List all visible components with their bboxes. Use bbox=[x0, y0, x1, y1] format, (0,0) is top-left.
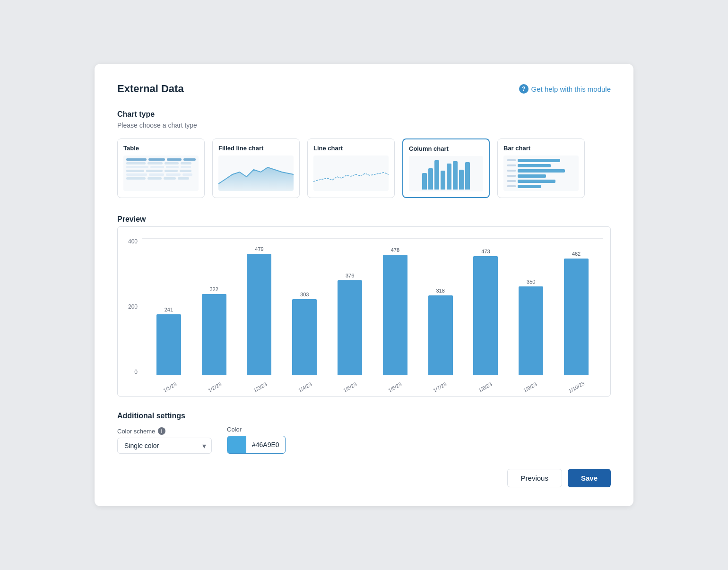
page-header: External Data ? Get help with this modul… bbox=[117, 83, 611, 95]
color-scheme-label: Color scheme i bbox=[117, 427, 212, 435]
main-card: External Data ? Get help with this modul… bbox=[95, 64, 633, 506]
bar-value-label-2: 479 bbox=[255, 246, 263, 252]
x-label-8: 1/9/23 bbox=[522, 381, 537, 393]
thumb-bar-row-1 bbox=[507, 159, 575, 162]
thumb-bar-val-3 bbox=[518, 169, 565, 173]
x-label-9: 1/10/23 bbox=[567, 380, 585, 394]
bar-rect-9 bbox=[564, 259, 589, 375]
footer-buttons: Previous Save bbox=[117, 469, 611, 487]
chart-type-line-label: Line chart bbox=[313, 145, 389, 152]
x-label-6: 1/7/23 bbox=[432, 381, 447, 393]
chart-type-column-label: Column chart bbox=[409, 145, 483, 152]
color-scheme-select[interactable]: Single color Multi color Gradient bbox=[117, 438, 212, 454]
x-label-4: 1/5/23 bbox=[342, 381, 357, 393]
bars-area: 241322479303376478318473350462 1/1/231/2… bbox=[142, 238, 603, 390]
thumb-col-8 bbox=[465, 162, 470, 190]
bar-value-label-3: 303 bbox=[300, 292, 309, 297]
chart-type-section: Chart type Please choose a chart type Ta… bbox=[117, 110, 611, 198]
color-label: Color bbox=[227, 426, 286, 433]
additional-settings-title: Additional settings bbox=[117, 412, 611, 420]
filled-line-svg bbox=[218, 155, 294, 191]
thumb-bar-val-2 bbox=[518, 164, 551, 167]
bar-rect-5 bbox=[383, 255, 407, 375]
thumb-col-4 bbox=[441, 171, 445, 190]
thumb-bar-label-5 bbox=[507, 180, 516, 182]
thumb-bar-label-2 bbox=[507, 164, 516, 166]
chart-type-line[interactable]: Line chart bbox=[307, 138, 395, 198]
x-label-0: 1/1/23 bbox=[162, 381, 177, 393]
help-link[interactable]: ? Get help with this module bbox=[519, 84, 611, 94]
bar-group-8: 350 bbox=[519, 279, 543, 375]
chart-type-desc: Please choose a chart type bbox=[117, 121, 611, 129]
bar-value-label-8: 350 bbox=[527, 279, 535, 285]
bar-value-label-9: 462 bbox=[572, 251, 581, 257]
chart-area: 400 200 0 241322479303376478318473350462… bbox=[125, 238, 603, 390]
x-label-7: 1/8/23 bbox=[477, 381, 493, 393]
thumb-bar-row-4 bbox=[507, 174, 575, 178]
bar-group-9: 462 bbox=[564, 251, 589, 375]
column-thumbnail bbox=[409, 156, 483, 191]
page-title: External Data bbox=[117, 83, 184, 95]
chart-type-table-label: Table bbox=[123, 145, 199, 152]
bar-rect-3 bbox=[292, 299, 317, 375]
thumb-bar-row-3 bbox=[507, 169, 575, 173]
bar-rect-4 bbox=[338, 280, 362, 375]
thumb-bar-val-4 bbox=[518, 174, 546, 178]
color-swatch bbox=[227, 436, 246, 453]
additional-settings: Additional settings Color scheme i Singl… bbox=[117, 412, 611, 454]
bar-group-6: 318 bbox=[428, 288, 453, 375]
color-scheme-field: Color scheme i Single color Multi color … bbox=[117, 427, 212, 454]
x-label-5: 1/6/23 bbox=[387, 381, 402, 393]
bar-value-label-6: 318 bbox=[436, 288, 444, 294]
line-svg bbox=[313, 155, 389, 191]
chart-type-row: Table bbox=[117, 138, 611, 198]
settings-row: Color scheme i Single color Multi color … bbox=[117, 426, 611, 454]
x-axis-labels: 1/1/231/2/231/3/231/4/231/5/231/6/231/7/… bbox=[142, 375, 603, 390]
bar-rect-2 bbox=[247, 254, 271, 375]
preview-section: Preview 400 200 0 2413224793033764783184… bbox=[117, 215, 611, 397]
bar-rect-7 bbox=[473, 256, 498, 375]
chart-type-table[interactable]: Table bbox=[117, 138, 205, 198]
previous-button[interactable]: Previous bbox=[507, 469, 562, 487]
y-label-200: 200 bbox=[128, 303, 138, 310]
preview-title: Preview bbox=[117, 215, 611, 224]
color-scheme-info-icon[interactable]: i bbox=[158, 427, 165, 435]
bar-thumbnail bbox=[503, 155, 579, 191]
x-label-3: 1/4/23 bbox=[297, 381, 312, 393]
y-label-0: 0 bbox=[134, 369, 138, 375]
thumb-bar-label-4 bbox=[507, 175, 516, 177]
bar-group-1: 322 bbox=[202, 286, 226, 375]
color-scheme-label-text: Color scheme bbox=[117, 428, 155, 435]
thumb-bar-label-1 bbox=[507, 159, 516, 161]
bar-group-3: 303 bbox=[292, 292, 317, 375]
thumb-col-5 bbox=[447, 164, 451, 190]
thumb-bar-row-5 bbox=[507, 180, 575, 183]
bar-group-4: 376 bbox=[338, 273, 362, 375]
thumb-bar-val-1 bbox=[518, 159, 560, 162]
color-value-text: #46A9E0 bbox=[246, 441, 285, 449]
thumb-col-3 bbox=[434, 160, 439, 190]
thumb-col-1 bbox=[422, 173, 427, 190]
thumb-col-2 bbox=[428, 168, 433, 190]
chart-type-filled-line[interactable]: Filled line chart bbox=[212, 138, 300, 198]
bar-rect-1 bbox=[202, 294, 226, 375]
chart-type-title: Chart type bbox=[117, 110, 611, 119]
thumb-bar-val-5 bbox=[518, 180, 555, 183]
x-label-2: 1/3/23 bbox=[252, 381, 268, 393]
thumb-bar-row-6 bbox=[507, 185, 575, 188]
thumb-col-6 bbox=[453, 161, 458, 190]
bar-group-7: 473 bbox=[473, 249, 498, 375]
bar-value-label-5: 478 bbox=[391, 247, 399, 253]
chart-container: 400 200 0 241322479303376478318473350462… bbox=[117, 226, 611, 397]
thumb-bar-label-3 bbox=[507, 170, 516, 172]
x-label-1: 1/2/23 bbox=[208, 381, 223, 393]
color-picker[interactable]: #46A9E0 bbox=[227, 436, 286, 454]
bar-rect-0 bbox=[156, 314, 181, 375]
line-thumbnail bbox=[313, 155, 389, 191]
save-button[interactable]: Save bbox=[568, 469, 611, 487]
chart-type-column[interactable]: Column chart bbox=[402, 138, 490, 198]
bars-row: 241322479303376478318473350462 bbox=[142, 238, 603, 375]
chart-type-bar[interactable]: Bar chart bbox=[497, 138, 585, 198]
y-label-400: 400 bbox=[128, 238, 138, 245]
help-link-text: Get help with this module bbox=[531, 85, 611, 93]
